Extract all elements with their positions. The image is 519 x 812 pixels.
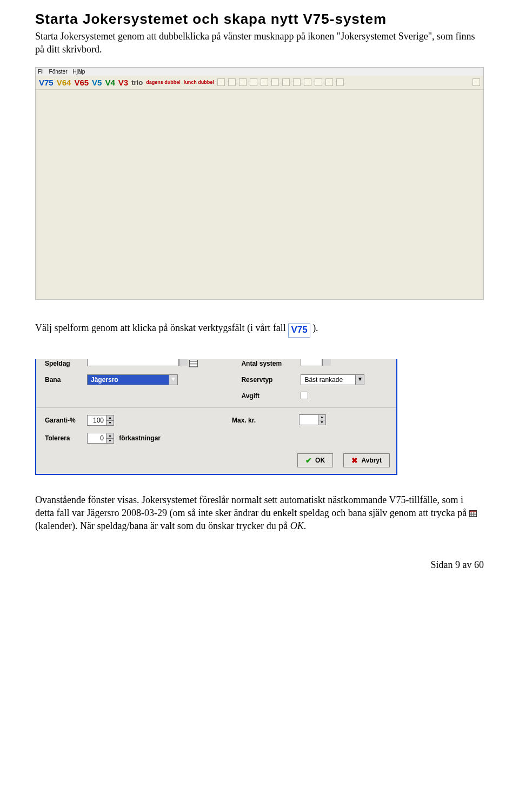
toolbar-icon-11[interactable] [325,78,333,86]
speldag-label: Speldag [43,359,85,371]
toolbar-icon-folder[interactable] [228,78,236,86]
toolbar-icon-5[interactable] [261,78,268,86]
toolbar-v5[interactable]: V5 [92,78,102,87]
v75-icon: V75 [288,324,310,338]
calendar-icon[interactable] [189,360,198,367]
toolbar-dagens-dubbel[interactable]: dagens dubbel [146,80,181,85]
spin-up-icon[interactable]: ▲ [318,415,325,420]
toolbar-icon-open[interactable] [217,78,225,86]
toolbar-icon-4[interactable] [250,78,257,86]
cancel-button[interactable]: ✖ Avbryt [343,453,390,467]
toolbar-icon-6[interactable] [271,78,279,86]
page-title: Starta Jokersystemet och skapa nytt V75-… [35,11,484,28]
avgift-checkbox[interactable] [301,392,308,399]
spin-down-icon[interactable]: ▼ [106,420,114,425]
garanti-spinner[interactable]: 100 ▲▼ [87,415,114,426]
toolbar-v4[interactable]: V4 [105,78,115,87]
toolbar-lunch-dubbel[interactable]: lunch dubbel [184,80,214,85]
reservtyp-label: Reservtyp [239,371,298,388]
speldag-field[interactable] [87,359,179,366]
menu-help[interactable]: Hjälp [72,69,85,75]
reservtyp-combobox[interactable]: Bäst rankade ▼ [301,374,364,385]
garanti-label: Garanti-% [43,411,85,430]
toolbar-v3[interactable]: V3 [118,78,128,87]
final-paragraph: Ovanstående fönster visas. Jokersystemet… [35,493,484,533]
bana-label: Bana [43,371,85,388]
screenshot-dialog: Speldag Antal system Bana Jägersro ▼ Res… [35,359,397,475]
calendar-icon [469,510,477,517]
mid-text-a: Välj spelform genom att klicka på önskat… [35,322,288,333]
screenshot-app-window: Fil Fönster Hjälp V75 V64 V65 V5 V4 V3 t… [35,67,484,300]
maxkr-label: Max. kr. [178,411,297,430]
toolbar-icon-7[interactable] [282,78,290,86]
toolbar-v64[interactable]: V64 [57,78,71,87]
menu-file[interactable]: Fil [38,69,44,75]
tolerera-value: 0 [88,433,106,443]
bana-combobox[interactable]: Jägersro ▼ [87,374,178,385]
check-icon: ✔ [305,456,312,465]
tolerera-spinner[interactable]: 0 ▲▼ [87,433,114,444]
intro-paragraph: Starta Jokersystemet genom att dubbelkli… [35,30,484,56]
avgift-label: Avgift [239,388,298,404]
toolbar-icon-8[interactable] [293,78,301,86]
menubar: Fil Fönster Hjälp [36,68,483,76]
garanti-value: 100 [88,415,106,425]
toolbar-icon-close[interactable] [473,78,480,86]
final-text-c: . [304,520,307,531]
antal-system-field[interactable] [301,359,322,366]
maxkr-spinner[interactable]: ▲▼ [299,414,326,425]
tolerera-label: Tolerera [43,430,85,447]
close-icon: ✖ [351,456,358,465]
tolerera-suffix: förkastningar [116,434,161,442]
toolbar: V75 V64 V65 V5 V4 V3 trio dagens dubbel … [36,76,483,90]
final-text-b: (kalender). När speldag/bana är valt som… [35,520,290,531]
antal-system-arrow-icon[interactable] [322,359,331,366]
reservtyp-value: Bäst rankade [301,376,355,384]
antal-system-label: Antal system [239,359,298,371]
menu-window[interactable]: Fönster [49,69,68,75]
spin-up-icon[interactable]: ▲ [106,415,114,420]
mid-text-b: ). [312,322,318,333]
ok-word: OK [290,520,304,531]
bana-value: Jägersro [88,376,169,384]
toolbar-icon-12[interactable] [336,78,344,86]
toolbar-icon-10[interactable] [315,78,322,86]
toolbar-icon-print[interactable] [304,78,311,86]
page-footer: Sidan 9 av 60 [35,559,484,571]
spin-down-icon[interactable]: ▼ [318,420,325,425]
toolbar-icon-save[interactable] [239,78,247,86]
ok-button-label: OK [315,457,325,464]
speldag-arrow-icon[interactable] [179,359,188,366]
toolbar-trio[interactable]: trio [131,78,143,87]
chevron-down-icon[interactable]: ▼ [355,375,364,385]
cancel-button-label: Avbryt [361,457,382,464]
ok-button[interactable]: ✔ OK [297,453,333,467]
maxkr-value [300,415,318,425]
mid-paragraph: Välj spelform genom att klicka på önskat… [35,321,484,338]
toolbar-v65[interactable]: V65 [74,78,89,87]
chevron-down-icon[interactable]: ▼ [169,375,177,385]
separator [36,407,396,408]
final-text-a: Ovanstående fönster visas. Jokersystemet… [35,494,469,518]
toolbar-v75[interactable]: V75 [39,78,54,87]
spin-down-icon[interactable]: ▼ [106,438,114,443]
spin-up-icon[interactable]: ▲ [106,433,114,438]
